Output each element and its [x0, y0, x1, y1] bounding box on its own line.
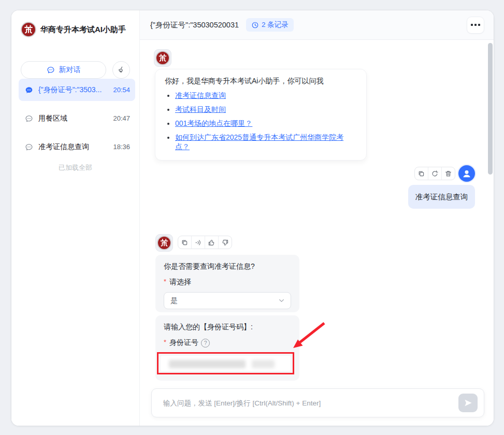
- form-select-label: *请选择: [164, 278, 291, 287]
- conversation-item-dining[interactable]: 用餐区域 20:47: [19, 107, 135, 129]
- conversation-time: 20:47: [113, 114, 130, 122]
- clear-history-button[interactable]: [112, 61, 130, 79]
- brand-title: 华商专升本考试AI小助手: [40, 25, 126, 35]
- conversation-item-ticket[interactable]: 准考证信息查询 18:36: [19, 136, 135, 158]
- chat-bubble-icon: [25, 114, 33, 123]
- required-asterisk: *: [164, 278, 166, 285]
- id-number-input[interactable]: [161, 356, 291, 371]
- chat-bubble-icon: [25, 143, 33, 151]
- record-count-label: 2 条记录: [262, 20, 289, 30]
- message-input[interactable]: [162, 399, 453, 408]
- chat-bubble-icon: [25, 86, 33, 94]
- session-title: {"身份证号":"35030520031: [150, 20, 239, 30]
- broom-icon: [117, 66, 125, 74]
- regenerate-button[interactable]: [428, 167, 441, 180]
- form-question: 你是否需要查询准考证信息?: [164, 262, 291, 271]
- conversation-label: 准考证信息查询: [38, 142, 108, 152]
- user-avatar: [458, 165, 475, 182]
- read-aloud-button[interactable]: [191, 236, 205, 249]
- redacted-id-value: [169, 360, 246, 368]
- scrollbar-thumb[interactable]: [488, 43, 493, 175]
- suggestion-list: 准考证信息查询 考试科目及时间 001考场的地点在哪里？ 如何到达广东省2025…: [165, 91, 357, 152]
- huashang-logo-icon: [157, 236, 171, 250]
- loaded-all-text: 已加载全部: [11, 163, 139, 172]
- sidebar: 华商专升本考试AI小助手 新对话 {"身份证号":"3503...: [11, 10, 140, 426]
- annotation-red-box: [157, 352, 294, 374]
- brand: 华商专升本考试AI小助手: [21, 22, 126, 37]
- list-item: 考试科目及时间: [175, 105, 357, 114]
- conversation-list: {"身份证号":"3503... 20:54 用餐区域 20:47 准考证信息查…: [19, 79, 135, 164]
- required-asterisk: *: [164, 338, 166, 346]
- conversation-item-id-query[interactable]: {"身份证号":"3503... 20:54: [19, 79, 135, 101]
- link-exam-subjects[interactable]: 考试科目及时间: [175, 105, 226, 113]
- bot-avatar: [155, 234, 173, 252]
- app-window: 华商专升本考试AI小助手 新对话 {"身份证号":"3503...: [11, 10, 494, 426]
- help-icon[interactable]: ?: [201, 339, 210, 347]
- chat-bubble-icon: [47, 66, 55, 74]
- send-button[interactable]: [458, 394, 478, 412]
- user-message-actions: [414, 167, 455, 180]
- new-chat-label: 新对话: [59, 65, 81, 75]
- huashang-logo-icon: [21, 22, 36, 37]
- record-count-badge: 2 条记录: [246, 18, 294, 32]
- form-prompt: 请输入您的【身份证号码】:: [164, 323, 291, 332]
- conversation-label: {"身份证号":"3503...: [38, 85, 108, 95]
- link-how-to-arrive[interactable]: 如何到达广东省2025普通专升本考试广州华商学院考点？: [175, 133, 343, 151]
- user-message-bubble: 准考证信息查询: [408, 185, 475, 209]
- link-room-location[interactable]: 001考场的地点在哪里？: [175, 119, 252, 127]
- bot-message-actions: [178, 236, 232, 249]
- copy-button[interactable]: [415, 167, 428, 180]
- list-item: 准考证信息查询: [175, 91, 357, 100]
- thumbs-down-button[interactable]: [218, 236, 232, 249]
- link-ticket-query[interactable]: 准考证信息查询: [175, 91, 226, 99]
- chevron-down-icon: [278, 297, 285, 304]
- select-value: 是: [170, 296, 178, 306]
- redacted-id-value: [252, 360, 275, 368]
- more-icon: [471, 24, 473, 26]
- list-item: 001考场的地点在哪里？: [175, 119, 357, 128]
- welcome-greeting: 你好，我是华商专升本考试Ai小助手，你可以问我: [165, 77, 357, 86]
- clock-icon: [251, 21, 259, 29]
- conversation-time: 18:36: [113, 143, 130, 151]
- thumbs-up-button[interactable]: [205, 236, 218, 249]
- bot-welcome-message: 你好，我是华商专升本考试Ai小助手，你可以问我 准考证信息查询 考试科目及时间 …: [155, 69, 367, 161]
- copy-button[interactable]: [178, 236, 191, 249]
- form-id-label: *身份证号 ?: [164, 338, 291, 347]
- bot-form-select-card: 你是否需要查询准考证信息? *请选择 是: [155, 255, 299, 312]
- bot-avatar: [154, 49, 171, 67]
- huashang-logo-icon: [155, 51, 170, 65]
- composer-bar: [151, 388, 484, 417]
- chat-panel: {"身份证号":"35030520031 2 条记录 你好，我是华商专升本考试A…: [140, 10, 494, 426]
- conversation-label: 用餐区域: [38, 114, 108, 123]
- delete-button[interactable]: [441, 167, 455, 180]
- yes-no-select[interactable]: 是: [164, 292, 291, 309]
- more-options-button[interactable]: [467, 17, 484, 34]
- conversation-time: 20:54: [113, 86, 130, 94]
- new-chat-button[interactable]: 新对话: [21, 61, 106, 79]
- list-item: 如何到达广东省2025普通专升本考试广州华商学院考点？: [175, 133, 357, 152]
- chat-header: {"身份证号":"35030520031 2 条记录: [140, 10, 494, 40]
